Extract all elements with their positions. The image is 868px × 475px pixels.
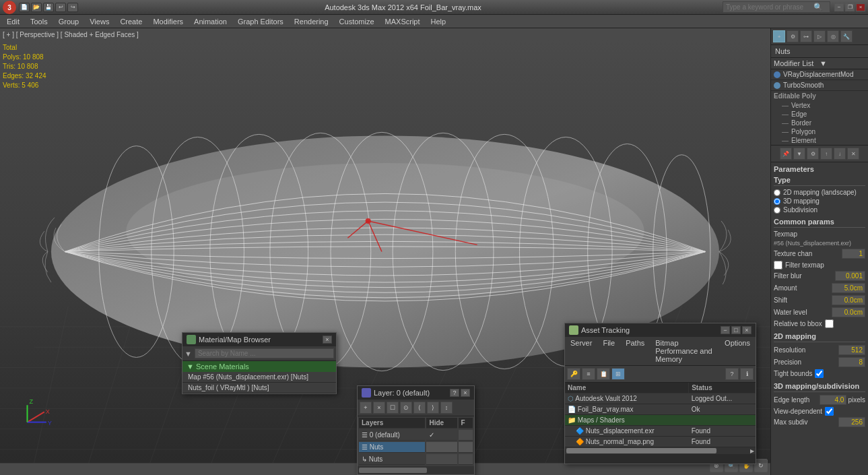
edge-length-input[interactable] bbox=[820, 395, 846, 405]
asset-info-btn[interactable]: ℹ bbox=[740, 368, 754, 380]
modifier-turbosmooth[interactable]: TurboSmooth bbox=[771, 80, 868, 91]
search-bar[interactable]: 🔍 bbox=[723, 1, 830, 13]
menu-tools[interactable]: Tools bbox=[25, 16, 53, 27]
asset-maximize-btn[interactable]: □ bbox=[731, 326, 741, 334]
texture-chan-input[interactable] bbox=[842, 249, 865, 259]
search-input[interactable] bbox=[726, 3, 813, 11]
delete-mod-icon[interactable]: ✕ bbox=[847, 148, 859, 160]
viewport[interactable]: [ + ] [ Perspective ] [ Shaded + Edged F… bbox=[0, 28, 770, 475]
hierarchy-icon[interactable]: ⊶ bbox=[800, 30, 812, 42]
modify-icon[interactable]: ⚙ bbox=[787, 30, 799, 42]
redo-btn[interactable]: ↪ bbox=[67, 3, 78, 12]
layer-dialog-title[interactable]: Layer: 0 (default) ? × bbox=[358, 386, 474, 400]
scene-materials-header[interactable]: ▼ Scene Materials bbox=[182, 361, 336, 372]
type-3d-radio[interactable]: 3D mapping bbox=[774, 197, 865, 205]
asset-menu-options[interactable]: Options bbox=[721, 338, 754, 364]
asset-tb-btn-3[interactable]: 📋 bbox=[597, 368, 610, 380]
asset-menu-paths[interactable]: Paths bbox=[622, 338, 648, 364]
layer-close-btn[interactable]: × bbox=[461, 389, 470, 397]
relative-bbox-row[interactable]: Relative to bbox bbox=[774, 319, 865, 328]
menu-rendering[interactable]: Rendering bbox=[289, 16, 334, 27]
tight-bounds-row[interactable]: Tight bounds bbox=[774, 369, 865, 378]
mod-sub-border[interactable]: — Border bbox=[771, 119, 868, 127]
view-dependent-checkbox[interactable] bbox=[825, 407, 834, 416]
resolution-input[interactable] bbox=[838, 345, 865, 355]
mat-item-1[interactable]: Nuts_foil ( VRayMtl ) [Nuts] bbox=[182, 383, 336, 393]
asset-close-btn[interactable]: × bbox=[742, 326, 752, 334]
open-btn[interactable]: 📂 bbox=[31, 3, 42, 12]
relative-bbox-checkbox[interactable] bbox=[825, 319, 834, 328]
menu-help[interactable]: Help bbox=[426, 16, 452, 27]
asset-scroll-right[interactable]: ▶ bbox=[750, 448, 754, 454]
asset-row-foilbar[interactable]: 📄 Foil_Bar_vray.max Ok bbox=[565, 404, 756, 415]
up-icon[interactable]: ↑ bbox=[820, 148, 832, 160]
layer-filter-btn[interactable]: ⊙ bbox=[400, 402, 412, 414]
layer-option3-btn[interactable]: ↕ bbox=[440, 402, 453, 414]
menu-views[interactable]: Views bbox=[84, 16, 114, 27]
max-subdiv-input[interactable] bbox=[838, 417, 865, 427]
layer-scrollbar[interactable] bbox=[358, 466, 474, 474]
down-icon[interactable]: ↓ bbox=[834, 148, 846, 160]
config-icon[interactable]: ⚙ bbox=[807, 148, 819, 160]
menu-maxscript[interactable]: MAXScript bbox=[380, 16, 426, 27]
minimize-button[interactable]: − bbox=[834, 3, 844, 11]
menu-create[interactable]: Create bbox=[114, 16, 147, 27]
asset-tb-btn-2[interactable]: ≡ bbox=[582, 368, 595, 380]
asset-menu-file[interactable]: File bbox=[599, 338, 619, 364]
restore-button[interactable]: ❐ bbox=[845, 3, 855, 11]
water-level-input[interactable] bbox=[832, 307, 865, 317]
asset-tracking-title[interactable]: Asset Tracking − □ × bbox=[565, 323, 756, 337]
shift-input[interactable] bbox=[832, 295, 865, 305]
filter-blur-input[interactable] bbox=[835, 271, 865, 281]
funnel-icon[interactable]: ▼ bbox=[793, 148, 805, 160]
menu-modifiers[interactable]: Modifiers bbox=[147, 16, 189, 27]
menu-graph-editors[interactable]: Graph Editors bbox=[232, 16, 289, 27]
asset-row-displacement[interactable]: 🔷 Nuts_displacement.exr Found bbox=[565, 426, 756, 437]
asset-tb-btn-4[interactable]: ⊞ bbox=[611, 368, 625, 380]
material-browser-close[interactable]: × bbox=[323, 336, 332, 344]
filter-texmap-row[interactable]: Filter texmap bbox=[774, 261, 865, 270]
undo-btn[interactable]: ↩ bbox=[55, 3, 66, 12]
mat-item-0[interactable]: Map #56 (Nuts_displacement.exr) [Nuts] bbox=[182, 372, 336, 383]
asset-row-maps[interactable]: 📁 Maps / Shaders bbox=[565, 415, 756, 426]
new-btn[interactable]: 📄 bbox=[19, 3, 30, 12]
orbit-btn[interactable]: ↻ bbox=[754, 459, 768, 472]
save-btn[interactable]: 💾 bbox=[43, 3, 54, 12]
create-icon[interactable]: + bbox=[773, 30, 785, 42]
layer-option1-btn[interactable]: ⟨ bbox=[413, 402, 426, 414]
asset-row-vault[interactable]: ⬡ Autodesk Vault 2012 Logged Out... bbox=[565, 393, 756, 404]
asset-menu-server[interactable]: Server bbox=[566, 338, 596, 364]
material-browser-title[interactable]: Material/Map Browser × bbox=[182, 333, 336, 346]
type-3d-input[interactable] bbox=[774, 198, 780, 205]
mat-search-input[interactable] bbox=[195, 348, 334, 358]
amount-input[interactable] bbox=[832, 283, 865, 293]
layer-select-btn[interactable]: ☐ bbox=[387, 402, 399, 414]
asset-menu-bitmap-perf[interactable]: Bitmap Performance and Memory bbox=[651, 338, 718, 364]
display-icon[interactable]: ◎ bbox=[827, 30, 839, 42]
layer-row-default[interactable]: ☰ 0 (default) ✓ bbox=[359, 430, 473, 441]
type-2d-radio[interactable]: 2D mapping (landscape) bbox=[774, 189, 865, 196]
asset-tb-btn-1[interactable]: 🔑 bbox=[567, 368, 580, 380]
tight-bounds-checkbox[interactable] bbox=[815, 369, 824, 378]
modifier-dropdown-icon[interactable]: ▼ bbox=[820, 59, 865, 67]
layer-help-btn[interactable]: ? bbox=[450, 389, 459, 397]
motion-icon[interactable]: ▷ bbox=[813, 30, 826, 42]
precision-input[interactable] bbox=[838, 357, 865, 367]
mod-sub-element[interactable]: — Element bbox=[771, 136, 868, 145]
view-dependent-row[interactable]: View-dependent bbox=[774, 407, 865, 416]
asset-row-normal-map[interactable]: 🔶 Nuts_normal_map.png Found bbox=[565, 437, 756, 447]
menu-animation[interactable]: Animation bbox=[189, 16, 232, 27]
menu-edit[interactable]: Edit bbox=[1, 16, 25, 27]
menu-customize[interactable]: Customize bbox=[334, 16, 380, 27]
mod-sub-vertex[interactable]: — Vertex bbox=[771, 101, 868, 110]
type-2d-input[interactable] bbox=[774, 189, 780, 196]
pin-icon[interactable]: 📌 bbox=[780, 148, 792, 160]
utilities-icon[interactable]: 🔧 bbox=[840, 30, 853, 42]
asset-minimize-btn[interactable]: − bbox=[721, 326, 730, 334]
layer-row-nuts-child[interactable]: ↳ Nuts bbox=[359, 454, 473, 465]
mod-sub-polygon[interactable]: — Polygon bbox=[771, 127, 868, 136]
layer-option2-btn[interactable]: ⟩ bbox=[427, 402, 439, 414]
layer-new-btn[interactable]: + bbox=[360, 402, 372, 414]
type-subdivision-radio[interactable]: Subdivision bbox=[774, 206, 865, 214]
filter-texmap-checkbox[interactable] bbox=[774, 261, 782, 270]
